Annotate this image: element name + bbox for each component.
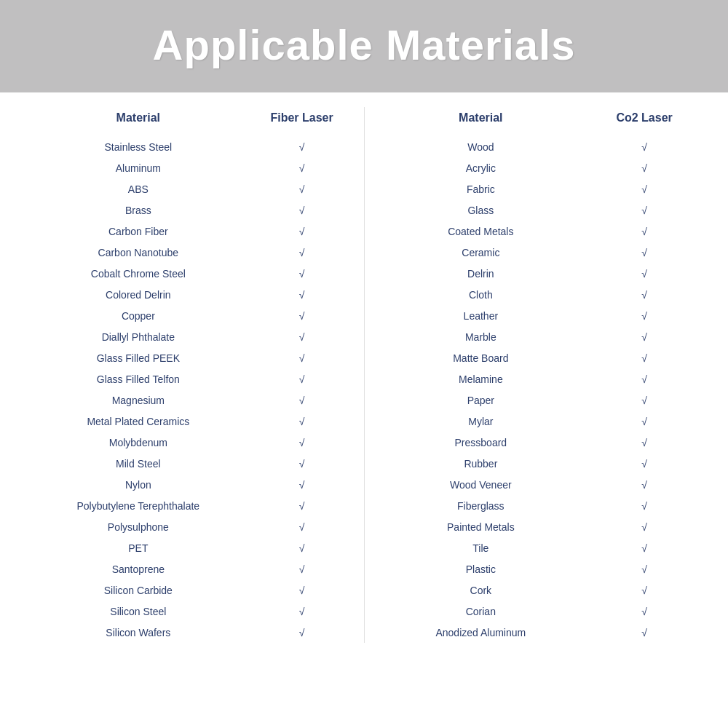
check-cell: √ [590,479,699,491]
material-cell: Plastic [372,561,590,577]
material-cell: Carbon Fiber [29,223,248,240]
fiber-material-header: Material [29,107,248,129]
fiber-laser-header: Fiber Laser [248,107,357,129]
material-cell: Magnesium [29,392,248,408]
table-row: Rubber √ [372,453,700,474]
check-cell: √ [248,542,357,554]
check-cell: √ [248,373,357,385]
check-cell: √ [248,585,357,596]
check-cell: √ [248,627,357,638]
table-row: Cloth √ [372,284,700,305]
material-cell: Brass [29,202,248,218]
table-row: Cobalt Chrome Steel √ [29,263,357,284]
material-cell: Metal Plated Ceramics [29,414,248,430]
table-row: Melamine √ [372,368,700,389]
check-cell: √ [248,310,357,322]
table-row: Polybutylene Terephthalate √ [29,495,357,516]
material-cell: Anodized Aluminum [372,625,590,641]
check-cell: √ [590,458,699,470]
material-cell: Corian [372,604,590,620]
material-cell: Paper [372,392,590,408]
material-cell: Rubber [372,456,590,472]
check-cell: √ [248,289,357,301]
material-cell: Polybutylene Terephthalate [29,498,248,514]
material-cell: Colored Delrin [29,287,248,303]
table-row: Silicon Carbide √ [29,579,357,601]
table-row: Marble √ [372,326,700,347]
check-cell: √ [248,458,357,470]
check-cell: √ [590,373,699,385]
material-cell: Mild Steel [29,456,248,472]
check-cell: √ [590,226,699,237]
material-cell: Marble [372,329,590,345]
table-row: Brass √ [29,199,357,221]
table-row: Leather √ [372,305,700,326]
co2-laser-header: Co2 Laser [590,107,699,129]
material-cell: Cobalt Chrome Steel [29,266,248,282]
co2-laser-group: Material Co2 Laser Wood √ Acrylic √ Fabr… [372,107,700,643]
material-cell: Painted Metals [372,519,590,535]
table-row: Diallyl Phthalate √ [29,326,357,347]
table-row: Glass Filled Telfon √ [29,368,357,389]
check-cell: √ [248,183,357,195]
material-cell: Carbon Nanotube [29,245,248,261]
check-cell: √ [590,310,699,322]
check-cell: √ [590,162,699,174]
material-cell: Coated Metals [372,223,590,240]
check-cell: √ [248,352,357,364]
material-cell: Fabric [372,181,590,197]
material-cell: Mylar [372,414,590,430]
check-cell: √ [248,205,357,216]
materials-table: Material Fiber Laser Stainless Steel √ A… [29,107,699,643]
material-cell: Diallyl Phthalate [29,329,248,345]
table-row: Silicon Wafers √ [29,622,357,643]
table-row: Ceramic √ [372,242,700,263]
table-row: Glass √ [372,199,700,221]
check-cell: √ [248,395,357,406]
check-cell: √ [248,331,357,343]
co2-material-header: Material [372,107,590,129]
material-cell: Matte Board [372,350,590,366]
material-cell: ABS [29,181,248,197]
table-row: Aluminum √ [29,157,357,178]
page-header: Applicable Materials [0,0,728,92]
material-cell: Aluminum [29,160,248,176]
material-cell: Pressboard [372,435,590,451]
check-cell: √ [590,521,699,533]
check-cell: √ [590,437,699,448]
material-cell: Nylon [29,477,248,493]
material-cell: Copper [29,308,248,324]
table-row: Polysulphone √ [29,516,357,537]
check-cell: √ [248,521,357,533]
material-cell: Molybdenum [29,435,248,451]
check-cell: √ [590,542,699,554]
table-row: Delrin √ [372,263,700,284]
material-cell: Wood [372,139,590,155]
table-row: Magnesium √ [29,389,357,411]
check-cell: √ [248,162,357,174]
table-row: Molybdenum √ [29,432,357,453]
table-row: Acrylic √ [372,157,700,178]
material-cell: Santoprene [29,561,248,577]
check-cell: √ [248,479,357,491]
table-row: Colored Delrin √ [29,284,357,305]
co2-laser-headers: Material Co2 Laser [372,107,700,129]
check-cell: √ [590,500,699,512]
material-cell: Stainless Steel [29,139,248,155]
material-cell: Wood Veneer [372,477,590,493]
table-row: Copper √ [29,305,357,326]
check-cell: √ [590,205,699,216]
check-cell: √ [590,395,699,406]
check-cell: √ [248,247,357,258]
material-cell: Glass Filled PEEK [29,350,248,366]
material-cell: Glass Filled Telfon [29,371,248,387]
check-cell: √ [590,247,699,258]
check-cell: √ [248,141,357,153]
table-row: Coated Metals √ [372,221,700,242]
material-cell: Acrylic [372,160,590,176]
material-cell: Silicon Steel [29,604,248,620]
table-row: Santoprene √ [29,558,357,579]
table-row: PET √ [29,537,357,558]
material-cell: Melamine [372,371,590,387]
check-cell: √ [590,183,699,195]
